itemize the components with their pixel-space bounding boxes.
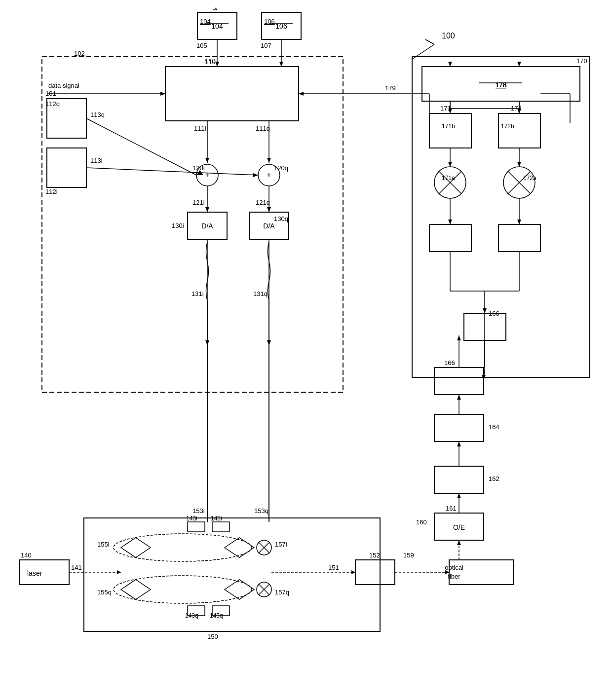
svg-text:113q: 113q <box>90 111 105 118</box>
svg-text:113i: 113i <box>90 157 103 164</box>
svg-text:data signal: data signal <box>48 82 79 89</box>
svg-text:164: 164 <box>489 423 499 431</box>
svg-text:121q: 121q <box>256 199 270 206</box>
svg-text:152: 152 <box>369 552 380 559</box>
svg-text:170: 170 <box>576 57 587 65</box>
svg-text:178: 178 <box>496 81 506 89</box>
svg-text:111q: 111q <box>256 125 270 132</box>
svg-text:120i: 120i <box>192 164 205 172</box>
svg-text:130q: 130q <box>274 215 288 222</box>
svg-text:161: 161 <box>446 505 457 512</box>
svg-text:157q: 157q <box>275 589 289 596</box>
svg-text:112i: 112i <box>45 188 58 195</box>
diagram: 104 106 110 + + <box>0 0 612 700</box>
svg-text:162: 162 <box>489 475 499 482</box>
svg-text:fiber: fiber <box>448 573 460 580</box>
svg-text:140: 140 <box>21 552 32 559</box>
svg-text:143i: 143i <box>186 515 197 522</box>
svg-text:151: 151 <box>328 564 339 571</box>
svg-text:171b: 171b <box>442 123 455 130</box>
svg-text:141: 141 <box>71 564 82 571</box>
svg-text:172b: 172b <box>501 123 514 130</box>
svg-text:153i: 153i <box>192 507 205 515</box>
svg-text:110: 110 <box>205 57 216 65</box>
svg-text:121i: 121i <box>192 199 205 206</box>
svg-text:179: 179 <box>385 84 396 92</box>
svg-text:120q: 120q <box>274 164 288 172</box>
svg-text:131q: 131q <box>253 290 268 297</box>
svg-text:D/A: D/A <box>201 222 213 230</box>
svg-text:laser: laser <box>27 569 42 577</box>
svg-text:155q: 155q <box>97 589 112 596</box>
svg-text:131i: 131i <box>191 290 204 297</box>
svg-text:171: 171 <box>440 105 451 112</box>
svg-text:166: 166 <box>489 310 499 317</box>
svg-text:111i: 111i <box>194 125 206 132</box>
svg-text:155i: 155i <box>97 541 110 548</box>
svg-text:172a: 172a <box>523 175 536 182</box>
svg-text:O/E: O/E <box>453 523 465 531</box>
svg-text:143q: 143q <box>185 612 198 619</box>
svg-text:101: 101 <box>45 90 56 97</box>
svg-text:171a: 171a <box>442 175 455 182</box>
svg-text:optical: optical <box>445 564 463 571</box>
svg-text:166: 166 <box>444 359 455 367</box>
svg-text:145i: 145i <box>211 515 222 522</box>
svg-text:150: 150 <box>207 633 218 640</box>
svg-text:105: 105 <box>196 42 207 49</box>
svg-text:+: + <box>267 171 271 179</box>
svg-text:159: 159 <box>403 552 414 559</box>
svg-text:153q: 153q <box>254 507 268 515</box>
svg-text:D/A: D/A <box>263 222 275 230</box>
svg-text:+: + <box>205 171 209 179</box>
svg-text:104: 104 <box>200 18 211 25</box>
svg-text:145q: 145q <box>210 612 223 619</box>
svg-text:130i: 130i <box>172 222 184 229</box>
svg-text:160: 160 <box>416 518 427 526</box>
svg-text:107: 107 <box>261 42 271 49</box>
svg-text:157i: 157i <box>275 541 287 548</box>
svg-text:106: 106 <box>264 18 275 25</box>
svg-text:100: 100 <box>442 32 455 40</box>
svg-text:102: 102 <box>74 50 85 57</box>
svg-text:112q: 112q <box>45 100 60 108</box>
